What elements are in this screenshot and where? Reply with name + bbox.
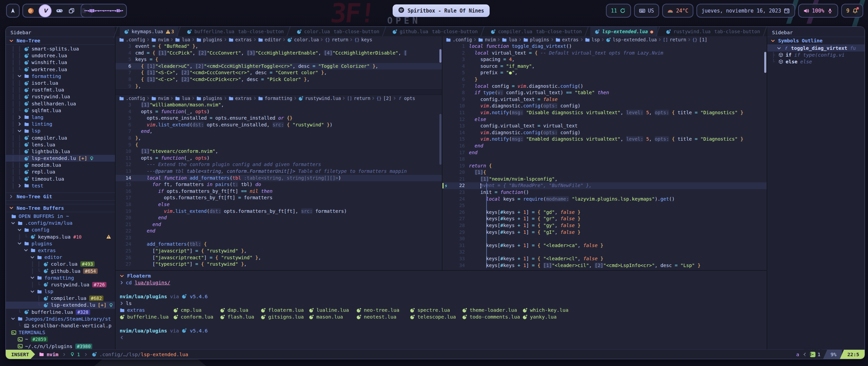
×[interactable]: tab-close-button [238, 29, 284, 34]
breadcrumb-segment[interactable]: formatting [258, 96, 292, 101]
breadcrumb-segment[interactable]: nvim [151, 96, 169, 101]
tree-item[interactable]: │└sqlfmt.lua [6, 107, 115, 114]
tree-item[interactable]: │└keymaps.lua#10 [6, 233, 115, 240]
breadcrumb-segment[interactable]: lua [502, 37, 517, 42]
chevron-right-icon[interactable] [16, 122, 23, 126]
outline-item[interactable]: ├ifif type(config.vi [767, 52, 865, 58]
tree-item[interactable]: extras [6, 247, 115, 254]
tree-item[interactable]: │└github.lua#654 [6, 267, 115, 274]
neovim-dock-button[interactable]: V [39, 5, 51, 17]
media-widget[interactable]: Spiritbox - Rule Of Nines [393, 4, 490, 17]
volume-pill[interactable]: 100% [798, 4, 838, 18]
tree-item[interactable]: ││compiler.lua [6, 134, 115, 141]
chevron-down-icon[interactable] [29, 255, 36, 260]
tree-item[interactable]: │linting [6, 121, 115, 127]
tree-item[interactable]: config [6, 226, 115, 233]
breadcrumb-segment[interactable]: extras [229, 37, 252, 42]
breadcrumb-segment[interactable]: {}keys [354, 37, 372, 42]
breadcrumb-segment[interactable]: extras [229, 96, 252, 101]
×[interactable]: tab-close-button [432, 29, 478, 34]
outline-item[interactable]: ftoggle_diag_virtextfu [767, 45, 865, 52]
tab-color-lua[interactable]: color.luatab-close-button [292, 27, 384, 36]
date-pill[interactable]: jueves, noviembre 16, 2023 [696, 4, 795, 18]
breadcrumb-segment[interactable]: []return [347, 96, 370, 101]
tree-item[interactable]: .config/nvim/lua [6, 220, 115, 226]
tab-lsp-extended-lua[interactable]: lsp-extended.lua● [590, 27, 657, 36]
tab-github-lua[interactable]: github.luatab-close-button [388, 27, 482, 36]
chevron-right-icon[interactable] [16, 184, 23, 188]
tree-item[interactable]: └bufferline.lua#328 [6, 309, 115, 316]
breadcrumb-segment[interactable]: lsp [585, 37, 600, 42]
chevron-down-icon[interactable] [10, 221, 16, 225]
tree-item[interactable]: OPEN BUFFERS in ~ [6, 213, 115, 220]
editor-pane-color[interactable]: .confignvimluapluginsextraseditorcolor.l… [116, 36, 442, 89]
tree-item[interactable]: │lang [6, 114, 115, 121]
tree-item[interactable]: ││rustywind.lua [6, 93, 115, 100]
tree-item[interactable]: ~#2859 [6, 336, 115, 343]
tree-item[interactable]: ││color.lua#493 [6, 261, 115, 267]
scrollbar-handle[interactable] [439, 49, 441, 63]
tab-compiler-lua[interactable]: compiler.luatab-close-button [486, 27, 586, 36]
windows-dock-button[interactable] [68, 7, 75, 15]
breadcrumb-segment[interactable]: {}return [325, 37, 348, 42]
tree-item[interactable]: plugins [6, 240, 115, 247]
tree-item[interactable]: │test [6, 182, 115, 189]
chevron-down-icon[interactable] [23, 248, 29, 252]
breadcrumb-segment[interactable]: nvim [151, 37, 169, 42]
breadcrumb-segment[interactable]: rustywind.lua [298, 96, 341, 101]
keyboard-layout-pill[interactable]: US [634, 4, 659, 18]
code-area[interactable]: 1local function toggle_diag_virtext()2 l… [442, 43, 767, 269]
breadcrumb-segment[interactable]: lsp-extended.lua [606, 37, 657, 42]
breadcrumb-segment[interactable]: .config [119, 37, 145, 42]
outline-section-header[interactable]: Symbols Outline [767, 37, 865, 45]
tree-item[interactable]: formatting [6, 274, 115, 281]
updates-pill[interactable]: 11 [606, 4, 631, 18]
breadcrumb-segment[interactable]: []return [663, 37, 686, 42]
×[interactable]: tab-close-button [714, 29, 760, 34]
tree-item[interactable]: ││smart-splits.lua [6, 45, 115, 52]
chevron-down-icon[interactable] [16, 129, 23, 133]
breadcrumb-segment[interactable]: color.lua [287, 37, 319, 42]
outline-item[interactable]: └elseelse [767, 58, 865, 65]
tree-item[interactable]: └scrollbar-handle-vertical.p [6, 322, 115, 329]
scrollbar-handle[interactable] [439, 114, 441, 165]
tab-keymaps-lua[interactable]: keymaps.lua3 [120, 27, 178, 36]
code-area[interactable]: 3event = { "BufRead" },4cmd = { [1]"CccP… [116, 43, 442, 89]
tree-item[interactable]: editor [6, 254, 115, 261]
chevron-down-icon[interactable] [29, 289, 36, 294]
tab-bufferline-lua[interactable]: bufferline.luatab-close-button [182, 27, 288, 36]
tree-item[interactable]: ~/.c/n/l/plugins#3980 [6, 343, 115, 350]
tree-item[interactable]: ││repl.lua [6, 168, 115, 175]
neotree-section-header[interactable]: Neo-Tree [6, 37, 115, 45]
editor-pane-lsp-extended[interactable]: .confignvimluapluginsextraslsplsp-extend… [442, 36, 767, 270]
split-divider[interactable] [116, 89, 442, 95]
buffers-section-header[interactable]: Neo-Tree Buffers [6, 204, 115, 212]
tab-rustywind-lua[interactable]: rustywind.luatab-close-button [662, 27, 764, 36]
chevron-down-icon[interactable] [16, 241, 23, 246]
firefox-dock-button[interactable] [27, 7, 35, 15]
gamepad-dock-button[interactable] [56, 7, 63, 15]
breadcrumb-segment[interactable]: editor [258, 37, 281, 42]
breadcrumb-segment[interactable]: extras [555, 37, 579, 42]
floaterm-terminal[interactable]: Floatermcd lua/plugins/nvim/lua/plugins … [116, 270, 767, 349]
tree-item[interactable]: ││undotree.lua [6, 52, 115, 59]
tree-item[interactable]: ││shellharden.lua [6, 100, 115, 107]
chevron-down-icon[interactable] [10, 317, 16, 321]
chevron-right-icon[interactable] [16, 115, 23, 119]
chevron-down-icon[interactable] [16, 228, 23, 232]
chevron-down-icon[interactable] [29, 276, 36, 280]
tree-item[interactable]: ││winshift.lua [6, 59, 115, 66]
breadcrumb-segment[interactable]: lua [175, 37, 190, 42]
breadcrumb-segment[interactable]: plugins [196, 96, 222, 101]
breadcrumb-segment[interactable]: .config [446, 37, 472, 42]
breadcrumb-segment[interactable]: {}[1] [692, 37, 707, 42]
scrollbar-handle[interactable] [764, 52, 766, 73]
tree-item[interactable]: lsp [6, 288, 115, 295]
launcher-button[interactable] [6, 4, 20, 18]
chevron-down-icon[interactable] [16, 74, 23, 78]
tree-item[interactable]: ││rustfmt.lua [6, 86, 115, 93]
tree-item[interactable]: ││neodim.lua [6, 162, 115, 168]
code-area[interactable]: 3 [1]"williamboman/mason.nvim",4 opts = … [116, 102, 442, 268]
tree-item[interactable]: │└rustywind.lua#726 [6, 281, 115, 288]
tree-item[interactable]: └lsp-extended.lu[+] [6, 302, 115, 308]
